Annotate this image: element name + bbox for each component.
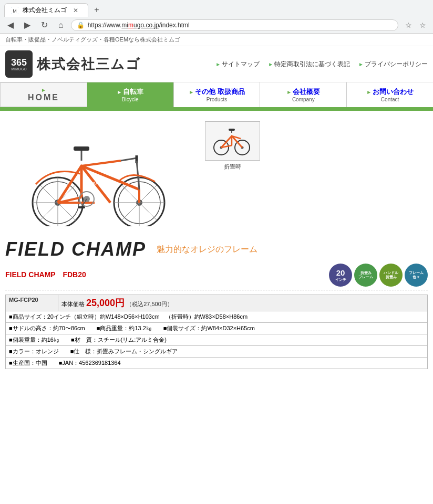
- tab-title: 株式会社ミムゴ: [23, 6, 67, 15]
- model-code-cell: MG-FCP20: [6, 295, 58, 311]
- breadcrumb: 自転車・販促品・ノベルティグッズ・各種OEMなら株式会社ミムゴ: [0, 34, 433, 46]
- table-row-size: ■商品サイズ：20インチ（組立時）約W148×D56×H103cm （折畳時）約…: [6, 311, 428, 323]
- model-code: MG-FCP20: [9, 297, 38, 303]
- badge-frame-line1: フレーム: [409, 271, 424, 275]
- bookmark-star-button[interactable]: ☆: [403, 20, 415, 30]
- nav-bicycle-label: 自転車: [123, 87, 143, 97]
- badge-frame-line2: 色々: [413, 275, 420, 279]
- svg-text:M: M: [13, 8, 17, 14]
- sitemap-label: サイトマップ: [222, 60, 260, 69]
- spec-saddle-cell: ■サドルの高さ：約70〜86cm ■商品重量：約13.2㎏ ■個装サイズ：約W8…: [6, 323, 428, 334]
- nav-contact-label: お問い合わせ: [373, 87, 414, 97]
- table-row-price: MG-FCP20 本体価格 25,000円 （税込27,500円）: [6, 295, 428, 311]
- header-links: サイトマップ 特定商取引法に基づく表記 プライバシーポリシー: [215, 60, 428, 69]
- reload-button[interactable]: ↻: [38, 19, 51, 31]
- nav-bicycle-arrow: ►: [117, 89, 122, 95]
- product-name: FIELD CHAMP FDB20: [5, 270, 86, 280]
- price-cell: 本体価格 25,000円 （税込27,500円）: [58, 295, 428, 311]
- badge-inch-label: インチ: [335, 278, 346, 282]
- browser-toolbar: ◀ ▶ ↻ ⌂ 🔒 https://www.mimugo.co.jp/index…: [0, 17, 433, 33]
- product-thumb-section: 折畳時: [205, 121, 260, 171]
- website-content: 自転車・販促品・ノベルティグッズ・各種OEMなら株式会社ミムゴ 365 MIMU…: [0, 34, 433, 380]
- nav-products-arrow: ►: [189, 89, 194, 95]
- price-label: 本体価格: [61, 301, 85, 307]
- svg-rect-30: [78, 206, 85, 208]
- logo-number: 365: [11, 58, 27, 67]
- badge-handle: ハンドル 折畳み: [379, 264, 403, 287]
- product-section: MIMUGO: [5, 121, 428, 228]
- main-nav: ► HOME ► 自転車 Bicycle ► その他 取扱商品 Products…: [0, 82, 433, 109]
- svg-rect-40: [229, 129, 235, 131]
- nav-company-en: Company: [292, 97, 315, 102]
- forward-button[interactable]: ▶: [21, 19, 34, 31]
- nav-contact-arrow: ►: [366, 89, 372, 95]
- badge-handle-line1: ハンドル: [384, 271, 398, 275]
- table-row-origin: ■生産国：中国 ■JAN：4562369181364: [6, 358, 428, 369]
- product-badges: 20 インチ 折畳み フレーム ハンドル 折畳み フレーム 色々: [329, 264, 428, 287]
- main-content: MIMUGO: [0, 111, 433, 380]
- product-name-bar: FIELD CHAMP FDB20 20 インチ 折畳み フレーム ハンドル 折…: [5, 264, 428, 290]
- spec-weight-cell: ■個装重量：約16㎏ ■材 質：スチール(リム:アルミ合金): [6, 334, 428, 346]
- bike-illustration: MIMUGO: [5, 121, 184, 226]
- legal-link[interactable]: 特定商取引法に基づく表記: [268, 60, 350, 69]
- nav-products-en: Products: [207, 97, 227, 102]
- badge-handle-line2: 折畳み: [386, 275, 397, 279]
- spec-size-cell: ■商品サイズ：20インチ（組立時）約W148×D56×H103cm （折畳時）約…: [6, 311, 428, 323]
- browser-tab[interactable]: M 株式会社ミムゴ ✕: [4, 3, 88, 17]
- tab-close-button[interactable]: ✕: [73, 7, 78, 14]
- bookmark-button[interactable]: ☆: [417, 20, 429, 30]
- svg-text:MIMUGO: MIMUGO: [86, 178, 104, 187]
- product-title-area: FIELD CHAMP 魅力的なオレジのフレーム: [5, 238, 428, 260]
- price-tax: （税込27,500円）: [126, 301, 173, 307]
- address-bar[interactable]: 🔒 https://www.mimugo.co.jp/index.html: [71, 19, 398, 31]
- nav-home-label: HOME: [28, 93, 59, 102]
- logo-text: 株式会社三ムゴ: [37, 55, 141, 74]
- nav-company-label: 会社概要: [293, 87, 320, 97]
- toolbar-actions: ☆ ☆: [403, 20, 429, 30]
- nav-contact-en: Contact: [381, 97, 399, 102]
- badge-fold: 折畳み フレーム: [354, 264, 377, 287]
- badge-inch-num: 20: [336, 268, 345, 278]
- table-row-saddle: ■サドルの高さ：約70〜86cm ■商品重量：約13.2㎏ ■個装サイズ：約W8…: [6, 323, 428, 334]
- product-thumbnail-box: [205, 121, 260, 161]
- nav-products[interactable]: ► その他 取扱商品 Products: [174, 82, 261, 107]
- site-logo: 365 MIMUGO 株式会社三ムゴ: [5, 50, 141, 78]
- svg-line-24: [121, 158, 137, 161]
- site-header: 365 MIMUGO 株式会社三ムゴ サイトマップ 特定商取引法に基づく表記 プ…: [0, 46, 433, 82]
- table-row-weight: ■個装重量：約16㎏ ■材 質：スチール(リム:アルミ合金): [6, 334, 428, 346]
- privacy-label: プライバシーポリシー: [365, 60, 428, 69]
- badge-frame: フレーム 色々: [405, 264, 428, 287]
- nav-contact[interactable]: ► お問い合わせ Contact: [347, 82, 433, 107]
- nav-company-arrow: ►: [286, 89, 292, 95]
- product-logo: FIELD CHAMP: [5, 238, 146, 260]
- specs-table: MG-FCP20 本体価格 25,000円 （税込27,500円） ■商品サイズ…: [5, 295, 428, 369]
- new-tab-button[interactable]: +: [90, 4, 103, 16]
- sitemap-link[interactable]: サイトマップ: [215, 60, 260, 69]
- tab-favicon: M: [11, 7, 18, 14]
- nav-home[interactable]: ► HOME: [0, 82, 87, 107]
- browser-titlebar: M 株式会社ミムゴ ✕ +: [0, 0, 433, 17]
- nav-bicycle[interactable]: ► 自転車 Bicycle: [87, 82, 174, 107]
- nav-company[interactable]: ► 会社概要 Company: [260, 82, 347, 107]
- badge-fold-line2: フレーム: [358, 275, 373, 279]
- privacy-link[interactable]: プライバシーポリシー: [358, 60, 428, 69]
- browser-chrome: M 株式会社ミムゴ ✕ + ◀ ▶ ↻ ⌂ 🔒 https://www.mimu…: [0, 0, 433, 34]
- nav-products-label: その他 取扱商品: [195, 87, 245, 97]
- legal-label: 特定商取引法に基づく表記: [274, 60, 350, 69]
- folded-bike-illustration: [212, 125, 254, 157]
- svg-rect-23: [74, 146, 89, 151]
- back-button[interactable]: ◀: [4, 19, 17, 31]
- nav-bicycle-en: Bicycle: [122, 97, 139, 102]
- product-main-image: MIMUGO: [5, 121, 194, 228]
- spec-color-cell: ■カラー：オレンジ ■仕 様：折畳みフレーム・シングルギア: [6, 346, 428, 358]
- address-url: https://www.mimugo.co.jp/index.html: [88, 22, 393, 29]
- lock-icon: 🔒: [77, 22, 85, 29]
- spec-origin-cell: ■生産国：中国 ■JAN：4562369181364: [6, 358, 428, 369]
- product-tagline: 魅力的なオレジのフレーム: [157, 244, 257, 255]
- badge-fold-line1: 折畳み: [360, 271, 372, 275]
- table-row-color: ■カラー：オレンジ ■仕 様：折畳みフレーム・シングルギア: [6, 346, 428, 358]
- home-button[interactable]: ⌂: [55, 19, 67, 31]
- svg-line-18: [81, 161, 121, 166]
- badge-inch: 20 インチ: [329, 264, 352, 287]
- logo-sub: MIMUGO: [11, 67, 27, 71]
